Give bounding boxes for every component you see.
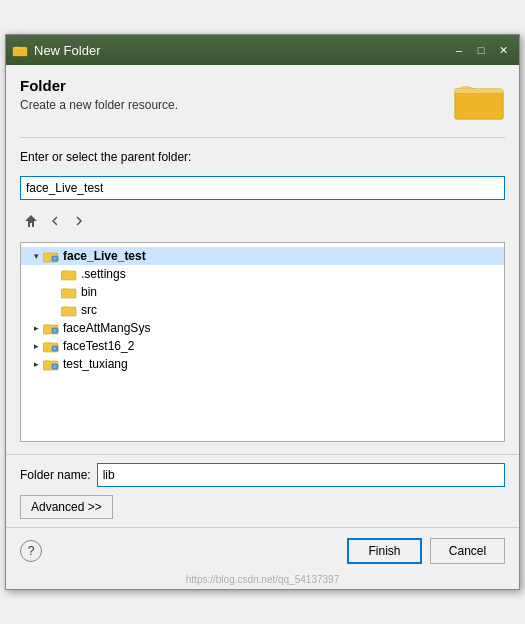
folder-tree-icon [61, 267, 77, 281]
folder-name-label: Folder name: [20, 468, 91, 482]
footer-section: ? Finish Cancel [6, 527, 519, 574]
folder-name-input[interactable] [97, 463, 505, 487]
forward-icon [72, 214, 86, 228]
folder-tree-icon: J [43, 321, 59, 335]
folder-tree-icon [61, 303, 77, 317]
tree-arrow-icon [29, 339, 43, 353]
back-button[interactable] [44, 210, 66, 232]
header-text-group: Folder Create a new folder resource. [20, 77, 178, 112]
folder-large-icon [453, 77, 505, 121]
header-title: Folder [20, 77, 178, 94]
tree-item[interactable]: J faceTest16_2 [21, 337, 504, 355]
footer-buttons: Finish Cancel [347, 538, 505, 564]
tree-item-label: .settings [81, 267, 126, 281]
tree-item-label: faceAttMangSys [63, 321, 150, 335]
svg-text:J: J [54, 256, 56, 261]
svg-rect-9 [61, 271, 76, 280]
parent-folder-input[interactable] [20, 176, 505, 200]
tree-arrow-icon [29, 249, 43, 263]
header-section: Folder Create a new folder resource. [20, 77, 505, 121]
minimize-button[interactable]: – [449, 40, 469, 60]
advanced-button[interactable]: Advanced >> [20, 495, 113, 519]
folder-tree-icon [61, 285, 77, 299]
cancel-button[interactable]: Cancel [430, 538, 505, 564]
finish-button[interactable]: Finish [347, 538, 422, 564]
home-icon [24, 214, 38, 228]
tree-arrow-icon [29, 321, 43, 335]
folder-tree-panel[interactable]: J face_Live_test .settings bin src J fac… [20, 242, 505, 442]
title-bar-title: New Folder [34, 43, 449, 58]
parent-folder-label: Enter or select the parent folder: [20, 150, 505, 164]
tree-arrow-icon [29, 357, 43, 371]
bottom-section: Folder name: Advanced >> [6, 454, 519, 527]
svg-text:J: J [54, 346, 56, 351]
svg-text:J: J [54, 328, 56, 333]
tree-item-label: src [81, 303, 97, 317]
folder-name-row: Folder name: [20, 463, 505, 487]
svg-rect-11 [61, 307, 76, 316]
tree-item[interactable]: J face_Live_test [21, 247, 504, 265]
new-folder-dialog: New Folder – □ ✕ Folder Create a new fol… [5, 34, 520, 590]
tree-item[interactable]: bin [21, 283, 504, 301]
svg-rect-2 [13, 49, 27, 56]
home-button[interactable] [20, 210, 42, 232]
close-button[interactable]: ✕ [493, 40, 513, 60]
tree-item-label: faceTest16_2 [63, 339, 134, 353]
svg-rect-4 [455, 93, 503, 119]
tree-item[interactable]: J faceAttMangSys [21, 319, 504, 337]
tree-item-label: bin [81, 285, 97, 299]
watermark: https://blog.csdn.net/qq_54137397 [6, 574, 519, 589]
help-button[interactable]: ? [20, 540, 42, 562]
maximize-button[interactable]: □ [471, 40, 491, 60]
main-content: Folder Create a new folder resource. Ent… [6, 65, 519, 454]
folder-tree-icon: J [43, 249, 59, 263]
svg-rect-10 [61, 289, 76, 298]
tree-item-label: test_tuxiang [63, 357, 128, 371]
header-subtitle: Create a new folder resource. [20, 98, 178, 112]
folder-tree-icon: J [43, 339, 59, 353]
tree-item[interactable]: src [21, 301, 504, 319]
forward-button[interactable] [68, 210, 90, 232]
svg-rect-5 [455, 89, 503, 93]
tree-item-label: face_Live_test [63, 249, 146, 263]
title-bar: New Folder – □ ✕ [6, 35, 519, 65]
title-bar-icon [12, 42, 28, 58]
toolbar-row [20, 208, 505, 234]
header-divider [20, 137, 505, 138]
back-icon [48, 214, 62, 228]
svg-text:J: J [54, 364, 56, 369]
folder-tree-icon: J [43, 357, 59, 371]
tree-item[interactable]: .settings [21, 265, 504, 283]
title-bar-controls: – □ ✕ [449, 40, 513, 60]
tree-item[interactable]: J test_tuxiang [21, 355, 504, 373]
